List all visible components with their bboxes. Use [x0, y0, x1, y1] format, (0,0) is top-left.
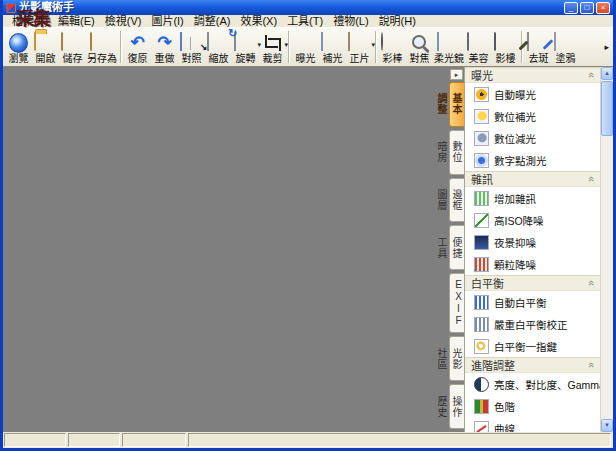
section-title: 雜訊 [471, 171, 493, 187]
panel-item-auto-exposure[interactable]: 自動曝光 [465, 83, 600, 105]
toolbar-label: 塗鴉 [556, 53, 576, 64]
toolbar-label: 曝光 [296, 53, 316, 64]
studio-icon [494, 32, 496, 51]
panel-item-grain-denoise[interactable]: 顆粒降噪 [465, 253, 600, 275]
main-toolbar: 瀏覽 開啟 儲存 另存為 ↶ 復原 ↷ 重做 對照 縮放 [3, 28, 613, 67]
toolbar-doodle-button[interactable]: 塗鴉 [552, 29, 579, 65]
undo-icon: ↶ [126, 33, 150, 53]
tab-exif[interactable]: EXIF [449, 273, 464, 333]
soft-lens-icon [437, 32, 439, 51]
toolbar-exposure-button[interactable]: 曝光 [292, 29, 319, 65]
menu-edit[interactable]: 編輯(E) [53, 15, 100, 28]
toolbar-positive-film-button[interactable]: 正片 ▾ [346, 29, 373, 65]
dropdown-arrow-icon[interactable]: ▾ [371, 41, 375, 49]
toolbar-label: 影樓 [496, 53, 516, 64]
levels-icon [474, 399, 489, 414]
toolbar-open-button[interactable]: 開啟 [32, 29, 59, 65]
panel-scrollbar[interactable]: ▲ ▼ [600, 67, 613, 432]
panel-item-levels[interactable]: 色階 [465, 395, 600, 417]
scroll-up-icon[interactable]: ▲ [601, 67, 613, 80]
toolbar-studio-button[interactable]: 影樓 [492, 29, 519, 65]
digital-fill-light-icon [474, 109, 489, 124]
spot-metering-icon [474, 153, 489, 168]
toolbar-label: 彩棒 [383, 53, 403, 64]
save-as-icon [90, 32, 92, 51]
tab-history[interactable]: 操作歷史 [449, 384, 464, 429]
panel-item-digital-reduce-light[interactable]: 數位減光 [465, 127, 600, 149]
focus-icon [408, 33, 432, 53]
toolbar-label: 正片 [350, 53, 370, 64]
menu-gifts[interactable]: 禮物(L) [328, 15, 373, 28]
tab-handy-tools[interactable]: 便捷工具 [449, 225, 464, 270]
tab-digital-darkroom[interactable]: 數位暗房 [449, 130, 464, 175]
maximize-button[interactable]: □ [580, 2, 594, 14]
scrollbar-track[interactable] [601, 137, 613, 419]
panel-item-severe-wb-correction[interactable]: 嚴重白平衡校正 [465, 313, 600, 335]
panel-item-curves[interactable]: 曲線 [465, 417, 600, 432]
menu-effects[interactable]: 效果(X) [235, 15, 282, 28]
side-tab-strip: ▸ 基本調整 數位暗房 邊框圖層 便捷工具 EXIF 光影社區 操作歷史 [448, 67, 464, 432]
panel-item-digital-fill-light[interactable]: 數位補光 [465, 105, 600, 127]
toolbar-crop-button[interactable]: 裁剪 ▾ [259, 29, 286, 65]
collapse-chevron-icon[interactable]: « [586, 362, 596, 368]
menu-tools[interactable]: 工具(T) [282, 15, 328, 28]
tab-community[interactable]: 光影社區 [449, 336, 464, 381]
section-header-noise[interactable]: 雜訊 « [465, 171, 600, 187]
toolbar-undo-button[interactable]: ↶ 復原 [124, 29, 151, 65]
scroll-down-icon[interactable]: ▼ [601, 419, 613, 432]
positive-film-icon [348, 32, 350, 51]
section-header-white-balance[interactable]: 白平衡 « [465, 275, 600, 291]
panel-item-night-denoise[interactable]: 夜景抑噪 [465, 231, 600, 253]
toolbar-label: 去斑 [529, 53, 549, 64]
resize-icon [207, 32, 209, 51]
toolbar-label: 開啟 [36, 53, 56, 64]
collapse-chevron-icon[interactable]: « [586, 176, 596, 182]
toolbar-save-button[interactable]: 儲存 [59, 29, 86, 65]
toolbar-focus-button[interactable]: 對焦 [406, 29, 433, 65]
panel-collapse-button[interactable]: ▸ [450, 69, 463, 80]
menu-picture[interactable]: 圖片(I) [146, 15, 188, 28]
toolbar-label: 瀏覽 [9, 53, 29, 64]
menu-help[interactable]: 說明(H) [374, 15, 421, 28]
panel-item-brightness-contrast-gamma[interactable]: 亮度、對比度、Gamma調整 [465, 373, 600, 395]
panel-item-wb-one-touch[interactable]: 白平衡一指鍵 [465, 335, 600, 357]
panel-item-auto-white-balance[interactable]: 自動白平衡 [465, 291, 600, 313]
toolbar-rotate-button[interactable]: 旋轉 ▾ [232, 29, 259, 65]
section-header-advanced[interactable]: 進階調整 « [465, 357, 600, 373]
minimize-button[interactable]: _ [564, 2, 578, 14]
panel-item-spot-metering[interactable]: 數字點測光 [465, 149, 600, 171]
panel-item-high-iso-denoise[interactable]: 高ISO降噪 [465, 209, 600, 231]
high-iso-denoise-icon [474, 213, 489, 228]
tab-frame-layers[interactable]: 邊框圖層 [449, 178, 464, 223]
app-logo-icon [6, 3, 16, 13]
tab-basic-adjust[interactable]: 基本調整 [449, 82, 464, 127]
close-button[interactable]: × [596, 2, 610, 14]
toolbar-save-as-button[interactable]: 另存為 [86, 29, 118, 65]
title-bar[interactable]: 光影魔術手 _ □ × [3, 0, 613, 15]
section-header-exposure[interactable]: 曝光 « [465, 67, 600, 83]
toolbar-beauty-button[interactable]: 美容 [465, 29, 492, 65]
panel-item-add-noise[interactable]: 增加雜訊 [465, 187, 600, 209]
dropdown-arrow-icon[interactable]: ▾ [284, 41, 288, 49]
redo-icon: ↷ [153, 33, 177, 53]
status-pane [188, 433, 611, 447]
toolbar-label: 柔光鏡 [434, 53, 464, 64]
toolbar-color-wand-button[interactable]: 彩棒 [379, 29, 406, 65]
toolbar-fill-light-button[interactable]: 補光 [319, 29, 346, 65]
toolbar-label: 復原 [128, 53, 148, 64]
toolbar-label: 旋轉 [236, 53, 256, 64]
status-pane [68, 433, 120, 447]
toolbar-redo-button[interactable]: ↷ 重做 [151, 29, 178, 65]
menu-view[interactable]: 檢視(V) [100, 15, 147, 28]
toolbar-label: 對照 [182, 53, 202, 64]
add-noise-icon [474, 191, 489, 206]
toolbar-label: 美容 [469, 53, 489, 64]
collapse-chevron-icon[interactable]: « [586, 280, 596, 286]
night-denoise-icon [474, 235, 489, 250]
status-bar [3, 432, 613, 448]
collapse-chevron-icon[interactable]: « [586, 72, 596, 78]
scrollbar-thumb[interactable] [601, 81, 613, 136]
toolbar-browse-button[interactable]: 瀏覽 [5, 29, 32, 65]
toolbar-overflow-icon[interactable]: ▸ [601, 42, 612, 52]
toolbar-soft-lens-button[interactable]: 柔光鏡 [433, 29, 465, 65]
